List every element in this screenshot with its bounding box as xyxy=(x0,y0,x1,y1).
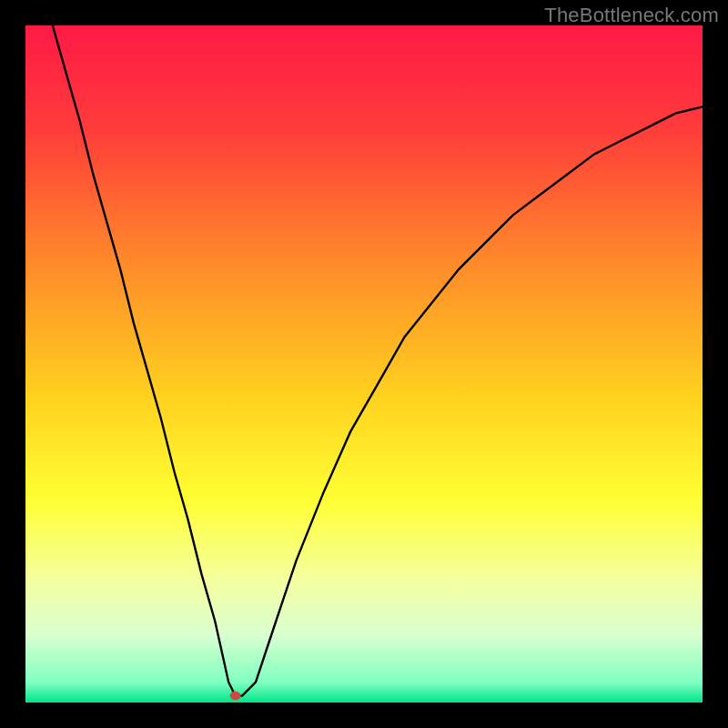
watermark-label: TheBottleneck.com xyxy=(544,4,719,27)
chart-frame: TheBottleneck.com xyxy=(0,0,728,728)
gradient-background xyxy=(25,25,703,703)
bottleneck-chart xyxy=(25,25,703,703)
plot-area xyxy=(25,25,703,703)
optimum-marker xyxy=(230,692,241,701)
